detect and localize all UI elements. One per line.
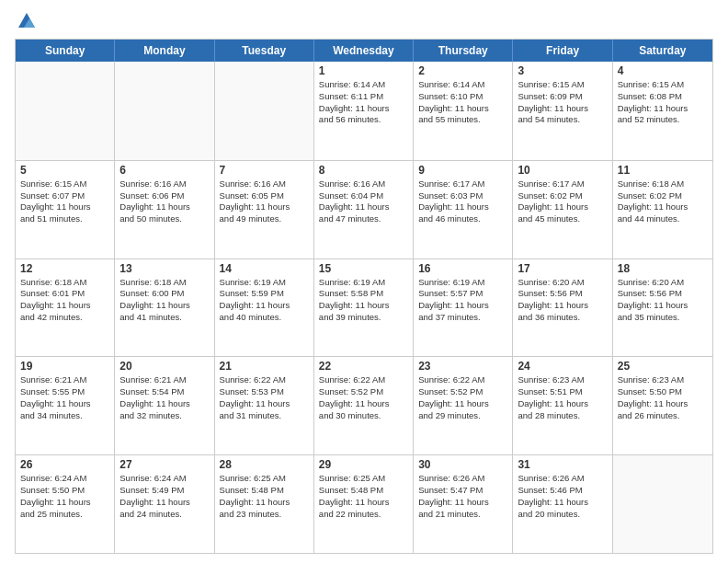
cell-info: Sunrise: 6:18 AM Sunset: 6:00 PM Dayligh… (119, 277, 209, 324)
cell-info: Sunrise: 6:23 AM Sunset: 5:50 PM Dayligh… (618, 374, 708, 421)
day-header-tuesday: Tuesday (215, 40, 314, 62)
cell-info: Sunrise: 6:22 AM Sunset: 5:52 PM Dayligh… (319, 374, 408, 421)
day-number: 22 (319, 360, 408, 373)
calendar-cell: 22Sunrise: 6:22 AM Sunset: 5:52 PM Dayli… (314, 357, 414, 454)
calendar-week-5: 26Sunrise: 6:24 AM Sunset: 5:50 PM Dayli… (16, 454, 712, 553)
calendar-week-1: 1Sunrise: 6:14 AM Sunset: 6:11 PM Daylig… (16, 62, 712, 160)
day-number: 25 (618, 360, 708, 373)
calendar-cell: 18Sunrise: 6:20 AM Sunset: 5:56 PM Dayli… (613, 259, 712, 357)
day-header-saturday: Saturday (613, 40, 712, 62)
calendar-cell: 9Sunrise: 6:17 AM Sunset: 6:03 PM Daylig… (414, 161, 513, 259)
calendar-cell: 1Sunrise: 6:14 AM Sunset: 6:11 PM Daylig… (314, 62, 414, 160)
calendar-cell: 3Sunrise: 6:15 AM Sunset: 6:09 PM Daylig… (513, 62, 612, 160)
day-number: 19 (20, 360, 109, 373)
day-number: 5 (20, 164, 109, 177)
cell-info: Sunrise: 6:24 AM Sunset: 5:50 PM Dayligh… (20, 473, 109, 520)
day-number: 21 (220, 360, 309, 373)
day-number: 16 (418, 262, 507, 275)
day-number: 15 (319, 262, 408, 275)
day-number: 7 (220, 164, 309, 177)
calendar-cell: 13Sunrise: 6:18 AM Sunset: 6:00 PM Dayli… (115, 259, 214, 357)
calendar-cell: 6Sunrise: 6:16 AM Sunset: 6:06 PM Daylig… (115, 161, 214, 259)
cell-info: Sunrise: 6:20 AM Sunset: 5:56 PM Dayligh… (618, 277, 708, 324)
calendar-cell: 17Sunrise: 6:20 AM Sunset: 5:56 PM Dayli… (513, 259, 612, 357)
calendar-cell: 4Sunrise: 6:15 AM Sunset: 6:08 PM Daylig… (613, 62, 712, 160)
day-number: 31 (518, 458, 607, 471)
cell-info: Sunrise: 6:18 AM Sunset: 6:02 PM Dayligh… (618, 178, 708, 225)
day-number: 18 (618, 262, 708, 275)
cell-info: Sunrise: 6:20 AM Sunset: 5:56 PM Dayligh… (518, 277, 607, 324)
calendar-cell: 2Sunrise: 6:14 AM Sunset: 6:10 PM Daylig… (414, 62, 513, 160)
cell-info: Sunrise: 6:14 AM Sunset: 6:10 PM Dayligh… (418, 79, 507, 126)
calendar-cell: 15Sunrise: 6:19 AM Sunset: 5:58 PM Dayli… (314, 259, 414, 357)
day-number: 28 (220, 458, 309, 471)
day-number: 12 (20, 262, 109, 275)
logo (15, 11, 37, 31)
day-number: 30 (418, 458, 507, 471)
calendar-cell: 31Sunrise: 6:26 AM Sunset: 5:46 PM Dayli… (513, 455, 612, 553)
day-number: 23 (418, 360, 507, 373)
calendar-cell: 24Sunrise: 6:23 AM Sunset: 5:51 PM Dayli… (513, 357, 612, 454)
cell-info: Sunrise: 6:25 AM Sunset: 5:48 PM Dayligh… (319, 473, 408, 520)
cell-info: Sunrise: 6:19 AM Sunset: 5:58 PM Dayligh… (319, 277, 408, 324)
cell-info: Sunrise: 6:24 AM Sunset: 5:49 PM Dayligh… (119, 473, 209, 520)
day-number: 29 (319, 458, 408, 471)
cell-info: Sunrise: 6:15 AM Sunset: 6:08 PM Dayligh… (618, 79, 708, 126)
calendar: SundayMondayTuesdayWednesdayThursdayFrid… (15, 39, 713, 554)
page: SundayMondayTuesdayWednesdayThursdayFrid… (0, 0, 728, 563)
day-header-wednesday: Wednesday (314, 40, 414, 62)
calendar-cell: 16Sunrise: 6:19 AM Sunset: 5:57 PM Dayli… (414, 259, 513, 357)
day-number: 20 (119, 360, 209, 373)
day-header-sunday: Sunday (16, 40, 115, 62)
calendar-cell: 23Sunrise: 6:22 AM Sunset: 5:52 PM Dayli… (414, 357, 513, 454)
cell-info: Sunrise: 6:26 AM Sunset: 5:47 PM Dayligh… (418, 473, 507, 520)
day-header-friday: Friday (513, 40, 612, 62)
cell-info: Sunrise: 6:16 AM Sunset: 6:04 PM Dayligh… (319, 178, 408, 225)
day-number: 11 (618, 164, 708, 177)
calendar-cell: 27Sunrise: 6:24 AM Sunset: 5:49 PM Dayli… (115, 455, 214, 553)
cell-info: Sunrise: 6:22 AM Sunset: 5:52 PM Dayligh… (418, 374, 507, 421)
day-number: 26 (20, 458, 109, 471)
calendar-cell: 20Sunrise: 6:21 AM Sunset: 5:54 PM Dayli… (115, 357, 214, 454)
calendar-cell: 29Sunrise: 6:25 AM Sunset: 5:48 PM Dayli… (314, 455, 414, 553)
logo-icon (17, 11, 37, 31)
day-header-monday: Monday (115, 40, 214, 62)
calendar-cell (115, 62, 214, 160)
day-number: 27 (119, 458, 209, 471)
cell-info: Sunrise: 6:16 AM Sunset: 6:06 PM Dayligh… (119, 178, 209, 225)
calendar-cell: 7Sunrise: 6:16 AM Sunset: 6:05 PM Daylig… (215, 161, 314, 259)
day-number: 3 (518, 64, 607, 77)
cell-info: Sunrise: 6:18 AM Sunset: 6:01 PM Dayligh… (20, 277, 109, 324)
cell-info: Sunrise: 6:23 AM Sunset: 5:51 PM Dayligh… (518, 374, 607, 421)
calendar-cell: 14Sunrise: 6:19 AM Sunset: 5:59 PM Dayli… (215, 259, 314, 357)
calendar-cell: 12Sunrise: 6:18 AM Sunset: 6:01 PM Dayli… (16, 259, 115, 357)
calendar-cell: 10Sunrise: 6:17 AM Sunset: 6:02 PM Dayli… (513, 161, 612, 259)
cell-info: Sunrise: 6:15 AM Sunset: 6:07 PM Dayligh… (20, 178, 109, 225)
cell-info: Sunrise: 6:19 AM Sunset: 5:59 PM Dayligh… (220, 277, 309, 324)
calendar-cell: 11Sunrise: 6:18 AM Sunset: 6:02 PM Dayli… (613, 161, 712, 259)
day-number: 14 (220, 262, 309, 275)
cell-info: Sunrise: 6:26 AM Sunset: 5:46 PM Dayligh… (518, 473, 607, 520)
day-number: 24 (518, 360, 607, 373)
day-number: 4 (618, 64, 708, 77)
day-number: 2 (418, 64, 507, 77)
day-number: 17 (518, 262, 607, 275)
calendar-cell: 21Sunrise: 6:22 AM Sunset: 5:53 PM Dayli… (215, 357, 314, 454)
calendar-cell: 28Sunrise: 6:25 AM Sunset: 5:48 PM Dayli… (215, 455, 314, 553)
calendar-body: 1Sunrise: 6:14 AM Sunset: 6:11 PM Daylig… (16, 62, 712, 553)
calendar-cell: 25Sunrise: 6:23 AM Sunset: 5:50 PM Dayli… (613, 357, 712, 454)
calendar-cell: 19Sunrise: 6:21 AM Sunset: 5:55 PM Dayli… (16, 357, 115, 454)
cell-info: Sunrise: 6:14 AM Sunset: 6:11 PM Dayligh… (319, 79, 408, 126)
cell-info: Sunrise: 6:16 AM Sunset: 6:05 PM Dayligh… (220, 178, 309, 225)
day-number: 13 (119, 262, 209, 275)
day-number: 1 (319, 64, 408, 77)
calendar-week-4: 19Sunrise: 6:21 AM Sunset: 5:55 PM Dayli… (16, 356, 712, 454)
cell-info: Sunrise: 6:21 AM Sunset: 5:55 PM Dayligh… (20, 374, 109, 421)
day-header-thursday: Thursday (414, 40, 513, 62)
day-number: 8 (319, 164, 408, 177)
calendar-cell: 5Sunrise: 6:15 AM Sunset: 6:07 PM Daylig… (16, 161, 115, 259)
calendar-week-2: 5Sunrise: 6:15 AM Sunset: 6:07 PM Daylig… (16, 160, 712, 259)
calendar-cell (215, 62, 314, 160)
calendar-cell (613, 455, 712, 553)
calendar-week-3: 12Sunrise: 6:18 AM Sunset: 6:01 PM Dayli… (16, 259, 712, 357)
